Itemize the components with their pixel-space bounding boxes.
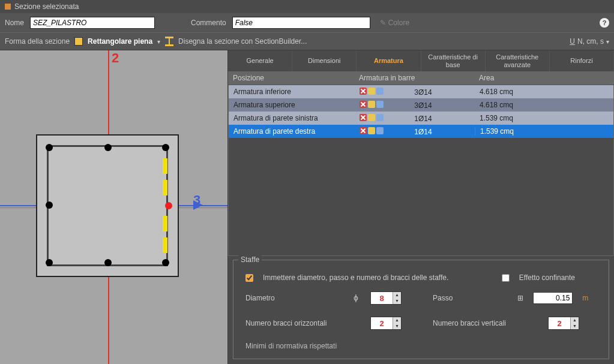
col-posizione[interactable]: Posizione xyxy=(228,72,354,85)
staffe-legend: Staffe xyxy=(238,255,262,264)
spin-up[interactable]: ▲ xyxy=(571,317,579,323)
right-panel: Generale Dimensioni Armatura Caratterist… xyxy=(228,50,614,364)
tab-caratteristiche-base[interactable]: Caratteristiche di base xyxy=(421,50,486,71)
rebar-node xyxy=(104,259,112,266)
copy-icon[interactable] xyxy=(368,127,375,134)
delete-icon[interactable] xyxy=(360,127,367,134)
section-builder-link[interactable]: Disegna la sezione con SectionBuilder... xyxy=(178,37,307,46)
bracci-v-input[interactable] xyxy=(549,319,570,328)
tab-generale[interactable]: Generale xyxy=(228,50,292,71)
main: 2 3 Generale Dimensioni Armatura Caratte… xyxy=(0,50,614,364)
rebar-node xyxy=(162,144,169,151)
rebar-node xyxy=(46,259,53,266)
window-icon xyxy=(5,4,11,10)
grid-header: Posizione Armatura in barre Area xyxy=(228,72,614,85)
units-label[interactable]: N, cm, s xyxy=(577,37,604,46)
immettere-label: Immettere diametro, passo e numero di br… xyxy=(263,273,448,282)
paste-icon[interactable] xyxy=(376,127,384,134)
table-row[interactable]: Armatura di parete destra 1Ø14 1.539 cmq xyxy=(229,125,613,138)
rebar-node xyxy=(104,144,112,151)
grid-body: Armatura inferiore 3Ø14 4.618 cmq Armatu… xyxy=(228,85,614,256)
paste-icon[interactable] xyxy=(376,88,384,95)
stirrup-outline xyxy=(47,145,168,266)
rebar-node xyxy=(46,201,53,209)
diametro-spinner[interactable]: ▲▼ xyxy=(370,291,402,305)
effetto-checkbox[interactable] xyxy=(502,274,510,282)
bracci-v-spinner[interactable]: ▲▼ xyxy=(548,317,579,330)
shape-label: Forma della sezione xyxy=(5,37,70,46)
titlebar: Sezione selezionata xyxy=(0,0,614,13)
section-viewport[interactable]: 2 3 xyxy=(0,50,228,364)
spin-down[interactable]: ▼ xyxy=(393,298,401,304)
minimi-label: Minimi di normativa rispettati xyxy=(233,336,609,359)
diametro-input[interactable] xyxy=(371,294,393,303)
diametro-label: Diametro xyxy=(245,294,342,302)
chevron-down-icon[interactable]: ▾ xyxy=(157,38,160,45)
paint-icon: ✎ xyxy=(380,19,386,27)
spin-up[interactable]: ▲ xyxy=(393,317,401,323)
bracci-h-spinner[interactable]: ▲▼ xyxy=(370,317,402,330)
toolbar: Forma della sezione Rettangolare piena ▾… xyxy=(0,32,614,50)
axis-2-label: 2 xyxy=(112,50,119,66)
paste-icon[interactable] xyxy=(376,114,384,121)
grip-icon: ⊞ xyxy=(517,294,523,302)
table-row[interactable]: Armatura di parete sinistra 1Ø14 1.539 c… xyxy=(229,112,613,125)
comment-label: Commento xyxy=(191,19,226,27)
copy-icon[interactable] xyxy=(368,88,375,95)
delete-icon[interactable] xyxy=(360,114,367,121)
delete-icon[interactable] xyxy=(360,88,367,95)
passo-input[interactable] xyxy=(533,292,573,304)
name-label: Nome xyxy=(5,19,24,27)
staffe-group: Staffe Immettere diametro, passo e numer… xyxy=(233,260,609,359)
ibeam-icon[interactable] xyxy=(165,37,173,46)
shape-icon xyxy=(74,37,83,46)
rebar-node xyxy=(46,144,53,151)
table-row[interactable]: Armatura inferiore 3Ø14 4.618 cmq xyxy=(229,85,613,98)
phi-icon: ϕ xyxy=(351,294,361,302)
units-chevron-down-icon[interactable]: ▾ xyxy=(606,38,609,45)
tab-dimensioni[interactable]: Dimensioni xyxy=(292,50,357,71)
right-center-node xyxy=(165,202,172,209)
delete-icon[interactable] xyxy=(360,101,367,108)
comment-input[interactable] xyxy=(232,17,370,29)
armature-grid: Posizione Armatura in barre Area xyxy=(228,72,614,85)
help-button[interactable]: ? xyxy=(600,18,609,28)
effetto-label: Effetto confinante xyxy=(519,273,575,282)
passo-label: Passo xyxy=(433,294,453,302)
tabs: Generale Dimensioni Armatura Caratterist… xyxy=(228,50,614,72)
copy-icon[interactable] xyxy=(368,114,375,121)
bracci-v-label: Numero bracci verticali xyxy=(433,319,517,327)
axis-3-label: 3 xyxy=(193,192,200,208)
spin-down[interactable]: ▼ xyxy=(571,323,579,329)
spin-down[interactable]: ▼ xyxy=(393,323,401,329)
rebar-node xyxy=(162,259,169,266)
immettere-checkbox[interactable] xyxy=(245,274,253,282)
name-input[interactable] xyxy=(30,17,155,29)
window-title: Sezione selezionata xyxy=(14,2,79,11)
bracci-h-input[interactable] xyxy=(371,319,393,328)
tab-caratteristiche-avanzate[interactable]: Caratteristiche avanzate xyxy=(486,50,550,71)
spin-up[interactable]: ▲ xyxy=(393,292,401,298)
col-area[interactable]: Area xyxy=(474,72,614,85)
shape-dropdown[interactable]: Rettangolare piena xyxy=(88,37,152,46)
highlight-seg xyxy=(163,180,167,195)
form-row: Nome Commento ✎ Colore ? xyxy=(0,13,614,32)
tab-rinforzi[interactable]: Rinforzi xyxy=(550,50,614,71)
passo-unit: m xyxy=(582,294,588,302)
col-armatura[interactable]: Armatura in barre xyxy=(354,72,474,85)
copy-icon[interactable] xyxy=(368,101,375,108)
paste-icon[interactable] xyxy=(376,101,384,108)
bracci-h-label: Numero bracci orizzontali xyxy=(245,319,342,327)
highlight-seg xyxy=(163,216,167,231)
highlight-seg xyxy=(163,237,167,253)
highlight-seg xyxy=(163,158,167,174)
tab-armatura[interactable]: Armatura xyxy=(357,50,421,71)
table-row[interactable]: Armatura superiore 3Ø14 4.618 cmq xyxy=(229,98,613,112)
units-button[interactable]: U xyxy=(570,37,575,46)
color-link[interactable]: ✎ Colore xyxy=(380,19,409,27)
